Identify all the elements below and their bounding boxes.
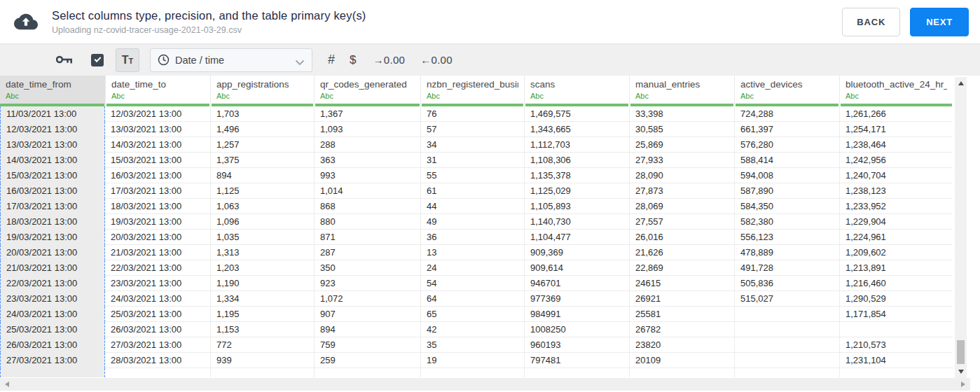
table-cell[interactable]: 20109	[629, 353, 734, 368]
table-cell[interactable]: 1,334	[210, 291, 314, 307]
table-cell[interactable]: 42	[420, 322, 524, 337]
table-cell[interactable]: 772	[210, 337, 314, 353]
table-cell[interactable]: 1,496	[210, 122, 314, 137]
table-cell[interactable]: 977369	[524, 291, 629, 307]
table-cell[interactable]: 588,414	[734, 153, 839, 168]
table-cell[interactable]: 13/03/2021 13:00	[105, 122, 210, 137]
table-cell[interactable]: 871	[314, 230, 420, 245]
table-cell[interactable]: 22/03/2021 13:00	[105, 260, 210, 276]
table-cell[interactable]: 797481	[524, 353, 629, 368]
table-cell[interactable]: 946701	[524, 276, 629, 291]
table-cell[interactable]: 960193	[524, 337, 629, 353]
table-cell[interactable]: 26,016	[629, 230, 734, 245]
table-cell[interactable]: 1,096	[210, 214, 314, 230]
table-cell[interactable]: 26782	[629, 322, 734, 337]
table-cell[interactable]: 25/03/2021 13:00	[105, 307, 210, 322]
table-cell[interactable]: 984991	[524, 307, 629, 322]
table-cell[interactable]: 55	[420, 168, 524, 183]
table-cell[interactable]: 1,125	[210, 183, 314, 199]
next-button[interactable]: NEXT	[910, 8, 969, 36]
table-cell[interactable]: 1,224,961	[839, 230, 953, 245]
table-cell[interactable]: 491,728	[734, 260, 839, 276]
include-column-checkbox[interactable]	[91, 54, 104, 66]
table-cell[interactable]: 25,869	[629, 137, 734, 153]
table-cell[interactable]: 1,125,029	[524, 183, 629, 199]
table-cell[interactable]: 350	[314, 260, 420, 276]
column-header-qr_codes_generated[interactable]: qr_codes_generatedAbc	[314, 76, 420, 106]
column-header-app_registrations[interactable]: app_registrationsAbc	[210, 76, 314, 106]
table-cell[interactable]: 11/03/2021 13:00	[0, 106, 105, 122]
table-cell[interactable]: 894	[314, 322, 420, 337]
table-cell[interactable]: 1,104,477	[524, 230, 629, 245]
table-cell[interactable]: 44	[420, 199, 524, 214]
table-cell[interactable]: 17/03/2021 13:00	[0, 199, 105, 214]
table-cell[interactable]: 880	[314, 214, 420, 230]
table-cell[interactable]: 12/03/2021 13:00	[105, 106, 210, 122]
table-cell[interactable]: 34	[420, 137, 524, 153]
table-cell[interactable]: 76	[420, 106, 524, 122]
table-cell[interactable]: 23/03/2021 13:00	[0, 291, 105, 307]
column-type-select[interactable]: Date / time	[150, 48, 312, 72]
table-cell[interactable]: 14/03/2021 13:00	[0, 153, 105, 168]
table-cell[interactable]: 1008250	[524, 322, 629, 337]
table-cell[interactable]: 505,836	[734, 276, 839, 291]
table-cell[interactable]: 27,873	[629, 183, 734, 199]
table-cell[interactable]: 19/03/2021 13:00	[0, 230, 105, 245]
table-cell[interactable]: 582,380	[734, 214, 839, 230]
table-cell[interactable]: 35	[420, 337, 524, 353]
table-cell[interactable]: 49	[420, 214, 524, 230]
table-cell[interactable]: 26921	[629, 291, 734, 307]
table-cell[interactable]: 12/03/2021 13:00	[0, 122, 105, 137]
table-cell[interactable]: 923	[314, 276, 420, 291]
table-cell[interactable]: 27,557	[629, 214, 734, 230]
table-cell[interactable]: 661,397	[734, 122, 839, 137]
table-cell[interactable]: 288	[314, 137, 420, 153]
table-cell[interactable]: 28,069	[629, 199, 734, 214]
table-cell[interactable]: 478,889	[734, 245, 839, 260]
scroll-down-arrow[interactable]	[955, 367, 967, 377]
table-cell[interactable]: 1,190	[210, 276, 314, 291]
table-cell[interactable]: 19	[420, 353, 524, 368]
table-cell[interactable]: 16/03/2021 13:00	[0, 183, 105, 199]
table-cell[interactable]: 22,869	[629, 260, 734, 276]
vertical-scrollbar[interactable]	[955, 77, 967, 378]
table-cell[interactable]: 23820	[629, 337, 734, 353]
table-cell[interactable]: 1,135,378	[524, 168, 629, 183]
table-cell[interactable]: 21/03/2021 13:00	[0, 260, 105, 276]
table-cell[interactable]: 363	[314, 153, 420, 168]
scroll-left-arrow[interactable]	[1, 378, 13, 391]
table-cell[interactable]: 584,350	[734, 199, 839, 214]
table-cell[interactable]: 18/03/2021 13:00	[105, 199, 210, 214]
decrease-decimal-button[interactable]: ←0.00	[420, 54, 453, 66]
table-cell[interactable]: 22/03/2021 13:00	[0, 276, 105, 291]
table-cell[interactable]: 939	[210, 353, 314, 368]
increase-decimal-button[interactable]: →0.00	[373, 54, 405, 66]
table-cell[interactable]: 27/03/2021 13:00	[105, 337, 210, 353]
table-cell[interactable]: 1,261,266	[839, 106, 953, 122]
table-cell[interactable]: 909,614	[524, 260, 629, 276]
column-header-date_time_to[interactable]: date_time_toAbc	[105, 76, 210, 106]
table-cell[interactable]: 1,140,730	[524, 214, 629, 230]
column-header-active_devices[interactable]: active_devicesAbc	[734, 76, 839, 106]
table-cell[interactable]	[839, 322, 953, 337]
table-cell[interactable]: 868	[314, 199, 420, 214]
table-cell[interactable]: 1,469,575	[524, 106, 629, 122]
table-cell[interactable]: 16/03/2021 13:00	[105, 168, 210, 183]
table-cell[interactable]: 24/03/2021 13:00	[0, 307, 105, 322]
table-cell[interactable]: 1,063	[210, 199, 314, 214]
table-cell[interactable]: 1,216,460	[839, 276, 953, 291]
table-cell[interactable]: 54	[420, 276, 524, 291]
table-cell[interactable]: 64	[420, 291, 524, 307]
table-cell[interactable]: 24/03/2021 13:00	[105, 291, 210, 307]
table-cell[interactable]: 1,233,952	[839, 199, 953, 214]
table-cell[interactable]: 1,072	[314, 291, 420, 307]
table-cell[interactable]: 25/03/2021 13:00	[0, 322, 105, 337]
table-cell[interactable]: 759	[314, 337, 420, 353]
currency-type-button[interactable]: $	[350, 53, 356, 67]
table-cell[interactable]: 1,014	[314, 183, 420, 199]
table-cell[interactable]: 1,242,956	[839, 153, 953, 168]
table-cell[interactable]: 287	[314, 245, 420, 260]
horizontal-scrollbar[interactable]	[0, 378, 970, 391]
table-cell[interactable]: 13/03/2021 13:00	[0, 137, 105, 153]
table-cell[interactable]: 15/03/2021 13:00	[0, 168, 105, 183]
